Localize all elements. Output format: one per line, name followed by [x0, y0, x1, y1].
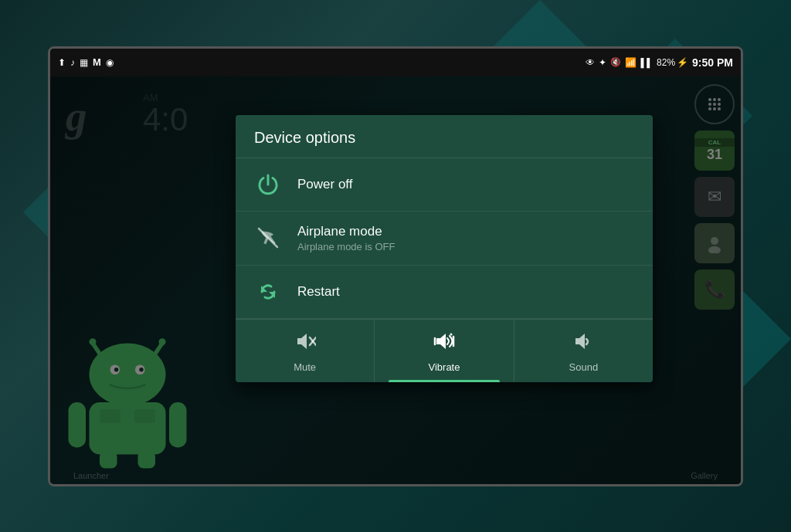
power-off-label: Power off [297, 177, 634, 192]
svg-marker-30 [297, 334, 307, 349]
restart-item[interactable]: Restart [236, 266, 653, 319]
signal-icon: ▌▌ [640, 58, 653, 67]
restart-icon [254, 278, 282, 306]
device-options-dialog: Device options Power off [236, 115, 653, 382]
eye-icon: 👁 [586, 57, 595, 68]
power-off-text: Power off [297, 177, 634, 192]
status-right-area: 👁 ✦ 🔇 📶 ▌▌ 82% ⚡ 9:50 PM [586, 56, 733, 69]
muted-icon: 🔇 [610, 57, 621, 67]
svg-marker-33 [436, 334, 446, 349]
usb-icon: ⬆ [58, 57, 66, 68]
restart-text: Restart [297, 284, 634, 300]
battery-lightning: ⚡ [677, 57, 688, 68]
vibrate-option[interactable]: Vibrate [375, 320, 513, 382]
airplane-icon [254, 224, 282, 252]
power-off-item[interactable]: Power off [236, 158, 653, 212]
svg-marker-37 [575, 334, 585, 349]
bluetooth-icon: ✦ [599, 57, 606, 68]
status-bar: ⬆ ♪ ▦ M ◉ 👁 ✦ 🔇 📶 ▌▌ 82% ⚡ 9:50 PM [50, 49, 741, 76]
svg-line-27 [259, 229, 277, 247]
gallery-icon: ▦ [80, 57, 88, 68]
airplane-mode-label: Airplane mode [297, 224, 634, 239]
mute-option[interactable]: Mute [236, 320, 374, 382]
vibrate-label: Vibrate [429, 361, 460, 373]
time-display: 9:50 PM [692, 56, 733, 69]
wifi-icon: 📶 [625, 57, 637, 68]
battery-percent: 82% [657, 57, 675, 68]
sound-label: Sound [569, 361, 599, 373]
sound-icon [572, 330, 594, 357]
gmail-icon: M [93, 56, 101, 68]
sound-option[interactable]: Sound [514, 320, 653, 382]
mute-icon [294, 330, 316, 357]
battery-indicator: 82% ⚡ [657, 57, 688, 68]
power-off-icon [254, 171, 282, 198]
sound-options-bar: Mute [236, 319, 653, 382]
phone-frame: ⬆ ♪ ▦ M ◉ 👁 ✦ 🔇 📶 ▌▌ 82% ⚡ 9:50 PM g AM [48, 46, 743, 486]
airplane-mode-status: Airplane mode is OFF [297, 241, 634, 252]
upload-icon: ◉ [106, 57, 114, 68]
mute-label: Mute [294, 361, 316, 373]
vibrate-icon [433, 330, 455, 357]
dialog-title: Device options [236, 115, 653, 158]
home-screen: g AM 4:0 [50, 76, 741, 484]
restart-label: Restart [297, 284, 634, 300]
music-icon: ♪ [70, 57, 75, 68]
airplane-mode-item[interactable]: Airplane mode Airplane mode is OFF [236, 212, 653, 266]
airplane-mode-text: Airplane mode Airplane mode is OFF [297, 224, 634, 252]
status-left-icons: ⬆ ♪ ▦ M ◉ [58, 56, 114, 68]
